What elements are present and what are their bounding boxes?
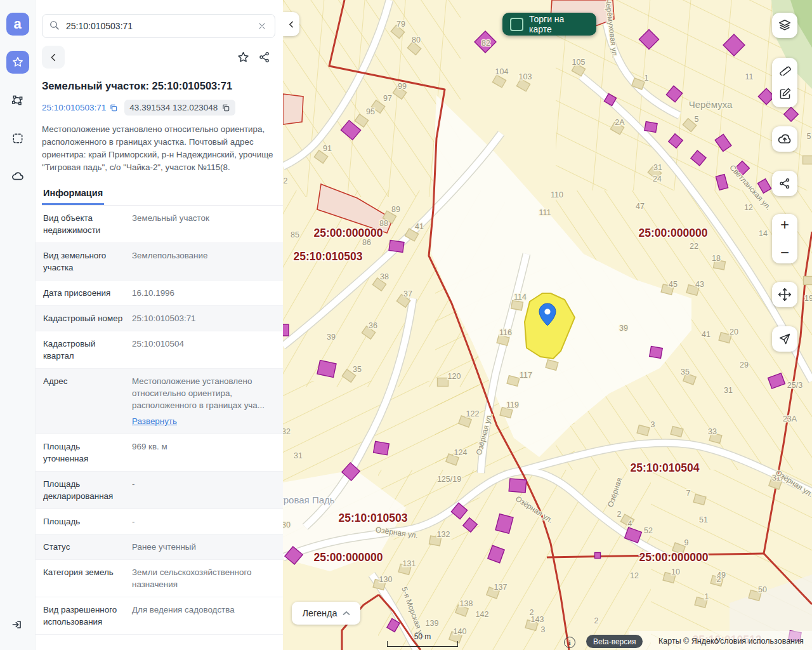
svg-text:32: 32 xyxy=(283,427,291,436)
legend-button[interactable]: Легенда xyxy=(292,602,360,625)
svg-text:120: 120 xyxy=(448,372,461,381)
svg-text:125/19: 125/19 xyxy=(437,475,461,484)
table-row: Кадастровый номер25:10:010503:71 xyxy=(35,306,283,331)
zoom-controls: + − xyxy=(772,214,797,263)
ruler-icon[interactable] xyxy=(778,62,792,78)
svg-text:25:10:010504: 25:10:010504 xyxy=(631,461,700,474)
collapse-panel-button[interactable] xyxy=(283,12,299,36)
app-logo-icon[interactable]: a xyxy=(6,13,29,36)
svg-text:132: 132 xyxy=(437,530,450,539)
back-button[interactable] xyxy=(42,46,65,69)
share-map-button[interactable] xyxy=(772,171,797,196)
svg-text:36: 36 xyxy=(369,321,377,330)
svg-text:117: 117 xyxy=(520,371,532,380)
svg-text:131: 131 xyxy=(403,559,416,568)
svg-text:95: 95 xyxy=(366,107,375,116)
svg-text:1: 1 xyxy=(645,74,649,83)
svg-text:10: 10 xyxy=(671,567,680,576)
exit-icon[interactable] xyxy=(6,613,29,636)
svg-text:99: 99 xyxy=(398,82,407,91)
svg-text:111: 111 xyxy=(539,208,551,217)
svg-text:39: 39 xyxy=(327,333,336,342)
object-info-panel: Земельный участок: 25:10:010503:71 25:10… xyxy=(35,0,283,650)
svg-text:137: 137 xyxy=(494,583,508,592)
svg-text:38: 38 xyxy=(380,272,389,281)
table-row: Вид объекта недвижимостиЗемельный участо… xyxy=(35,206,283,243)
coordinates-chip[interactable]: 43.391534 132.023048 xyxy=(124,100,235,116)
cadastral-number-link[interactable]: 25:10:010503:71 xyxy=(42,103,118,112)
svg-text:11: 11 xyxy=(745,72,754,81)
copy-icon xyxy=(109,103,118,112)
svg-text:41: 41 xyxy=(702,330,710,339)
svg-text:79: 79 xyxy=(396,20,405,29)
svg-text:30: 30 xyxy=(283,521,291,529)
table-row: Кадастровый квартал25:10:010504 xyxy=(35,331,283,369)
table-row: Площадь уточненная969 кв. м xyxy=(35,434,283,472)
svg-text:97: 97 xyxy=(383,94,392,103)
svg-text:138: 138 xyxy=(460,599,473,608)
expand-link[interactable]: Развернуть xyxy=(132,415,177,427)
svg-text:88: 88 xyxy=(379,219,388,228)
share-button[interactable] xyxy=(254,46,275,68)
clear-search-icon[interactable] xyxy=(256,15,268,37)
zoom-out-button[interactable]: − xyxy=(772,246,797,259)
svg-text:116: 116 xyxy=(499,328,512,337)
svg-text:Черёмуха: Черёмуха xyxy=(689,99,733,110)
svg-text:25:00:000000: 25:00:000000 xyxy=(639,227,708,239)
auctions-on-map-toggle[interactable]: Торги на карте xyxy=(502,13,596,36)
svg-text:18: 18 xyxy=(712,254,721,263)
svg-text:2: 2 xyxy=(530,608,534,617)
svg-text:9: 9 xyxy=(684,538,689,547)
table-row: Дата присвоения16.10.1996 xyxy=(35,281,283,306)
svg-text:86: 86 xyxy=(362,238,371,247)
svg-text:22: 22 xyxy=(690,242,698,251)
checkbox-icon[interactable] xyxy=(510,18,523,31)
app-window: a Земельны xyxy=(0,0,812,650)
svg-text:110: 110 xyxy=(551,190,563,199)
svg-text:37: 37 xyxy=(403,289,412,298)
svg-text:119: 119 xyxy=(506,401,519,409)
svg-text:12: 12 xyxy=(744,203,753,212)
page-title: Земельный участок: 25:10:010503:71 xyxy=(42,80,275,92)
my-location-button[interactable] xyxy=(772,326,797,352)
table-row: Площадь- xyxy=(35,509,283,534)
svg-text:29: 29 xyxy=(740,361,749,369)
pan-mode-button[interactable] xyxy=(772,282,797,307)
svg-text:5: 5 xyxy=(807,132,811,141)
cloud-icon[interactable] xyxy=(6,165,29,188)
svg-text:25:00:000000: 25:00:000000 xyxy=(314,227,383,239)
favorite-star-button[interactable] xyxy=(232,46,254,68)
zoom-in-button[interactable]: + xyxy=(772,218,797,231)
svg-text:104: 104 xyxy=(495,67,509,76)
select-area-icon[interactable] xyxy=(6,127,29,150)
svg-text:3: 3 xyxy=(651,420,655,429)
icon-rail: a xyxy=(0,0,36,650)
attributes-table: Вид объекта недвижимостиЗемельный участо… xyxy=(35,206,283,635)
edit-icon[interactable] xyxy=(778,87,792,103)
svg-text:31: 31 xyxy=(653,163,662,172)
polygon-draw-icon[interactable] xyxy=(6,89,29,112)
svg-text:45: 45 xyxy=(669,280,678,289)
tab-information[interactable]: Информация xyxy=(42,184,104,205)
svg-text:39: 39 xyxy=(619,324,628,333)
favorites-star-icon[interactable] xyxy=(6,51,29,74)
svg-text:35: 35 xyxy=(681,368,690,376)
svg-text:33: 33 xyxy=(708,427,717,436)
svg-text:2: 2 xyxy=(717,575,721,584)
chevron-up-icon xyxy=(343,609,350,617)
svg-text:23A: 23A xyxy=(783,415,797,423)
svg-text:14: 14 xyxy=(759,229,768,238)
layers-button[interactable] xyxy=(772,13,797,38)
upload-button[interactable] xyxy=(772,126,797,152)
copy-icon xyxy=(221,103,230,112)
search-input[interactable] xyxy=(65,20,251,32)
table-row-address: АдресМестоположение установлено относите… xyxy=(35,369,283,434)
svg-text:35: 35 xyxy=(353,365,362,374)
svg-text:124: 124 xyxy=(454,448,468,457)
svg-text:24: 24 xyxy=(653,175,662,183)
svg-text:31: 31 xyxy=(724,386,733,395)
table-row: Вид разрешенного использованияДля ведени… xyxy=(35,597,283,635)
cadastral-map[interactable]: 25:00:00000025:00:00000025:00:00000025:0… xyxy=(283,0,812,650)
map-canvas[interactable]: 25:00:00000025:00:00000025:00:00000025:0… xyxy=(283,0,812,650)
search-bar xyxy=(42,14,275,38)
